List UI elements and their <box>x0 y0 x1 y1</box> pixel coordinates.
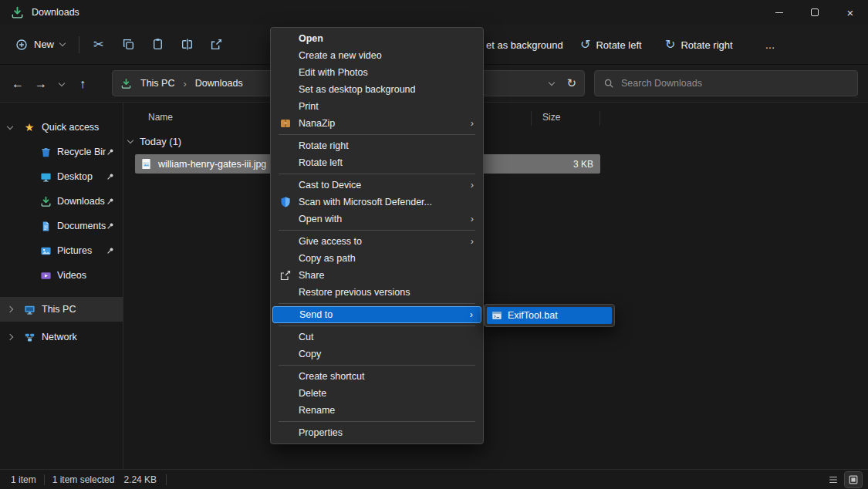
menu-item-cast-to-device[interactable]: Cast to Device › <box>272 177 481 194</box>
more-options-button[interactable]: … <box>758 31 782 59</box>
rename-icon <box>181 38 194 51</box>
chevron-down-icon <box>7 123 13 129</box>
menu-item-share[interactable]: Share <box>272 267 481 284</box>
pin-icon <box>106 147 115 157</box>
title-bar: Downloads × <box>0 0 868 25</box>
menu-item-label: Send to <box>299 309 333 320</box>
copy-button[interactable] <box>113 31 143 59</box>
search-input[interactable] <box>621 78 849 89</box>
menu-separator <box>279 303 475 304</box>
breadcrumb-separator-icon: › <box>183 78 186 89</box>
share-button[interactable] <box>201 31 231 59</box>
rotate-left-button[interactable]: ↺ Rotate left <box>580 31 642 59</box>
rotate-left-label: Rotate left <box>596 39 641 51</box>
column-separator[interactable] <box>599 111 600 126</box>
menu-item-rotate-left[interactable]: Rotate left <box>272 154 481 171</box>
sidebar-item-label: This PC <box>42 304 123 315</box>
menu-item-rotate-right[interactable]: Rotate right <box>272 137 481 154</box>
minimize-button[interactable] <box>762 0 797 25</box>
menu-item-nanazip[interactable]: NanaZip › <box>272 115 481 132</box>
address-dropdown-icon[interactable] <box>549 79 555 85</box>
menu-item-open[interactable]: Open <box>272 30 481 47</box>
menu-item-label: Edit with Photos <box>299 67 368 78</box>
menu-item-set-as-desktop-background[interactable]: Set as desktop background <box>272 81 481 98</box>
sidebar-item-documents[interactable]: Documents <box>0 214 123 238</box>
menu-item-copy[interactable]: Copy <box>272 346 481 363</box>
details-view-button[interactable] <box>825 472 842 487</box>
submenu-item-exiftool[interactable]: ExifTool.bat <box>487 307 612 324</box>
menu-item-edit-with-photos[interactable]: Edit with Photos <box>272 64 481 81</box>
menu-item-label: Scan with Microsoft Defender... <box>299 197 432 207</box>
explorer-window: Downloads × New ✂ et as background <box>0 0 868 489</box>
column-header-size[interactable]: Size <box>542 112 560 123</box>
sidebar-item-label: Network <box>42 332 123 342</box>
downloads-icon <box>40 196 52 207</box>
sidebar-item-recycle-bin[interactable]: Recycle Bin <box>0 140 123 164</box>
menu-item-give-access-to[interactable]: Give access to › <box>272 233 481 250</box>
pin-icon <box>106 246 115 255</box>
sidebar-item-videos[interactable]: Videos <box>0 263 123 288</box>
column-header-name[interactable]: Name <box>148 112 173 123</box>
menu-item-send-to[interactable]: Send to › <box>272 306 481 323</box>
sidebar-item-quick-access[interactable]: ★ Quick access <box>0 115 123 140</box>
rename-button[interactable] <box>172 31 201 59</box>
menu-item-label: Create shortcut <box>299 371 364 382</box>
sidebar-item-this-pc[interactable]: This PC <box>0 297 123 322</box>
documents-icon <box>40 221 52 232</box>
back-button[interactable]: ← <box>6 72 29 96</box>
sidebar-item-label: Videos <box>57 270 123 281</box>
star-icon: ★ <box>20 121 39 133</box>
menu-item-print[interactable]: Print <box>272 98 481 115</box>
group-header-today[interactable]: Today (1) <box>128 133 181 149</box>
menu-item-label: Delete <box>299 388 326 399</box>
menu-item-restore-previous-versions[interactable]: Restore previous versions <box>272 284 481 301</box>
recent-locations-button[interactable] <box>52 72 71 96</box>
menu-item-label: Copy as path <box>299 253 356 264</box>
menu-item-delete[interactable]: Delete <box>272 385 481 402</box>
menu-item-create-shortcut[interactable]: Create shortcut <box>272 368 481 385</box>
sidebar-item-pictures[interactable]: Pictures <box>0 238 123 263</box>
menu-item-scan-with-defender[interactable]: Scan with Microsoft Defender... <box>272 194 481 211</box>
menu-item-create-a-new-video[interactable]: Create a new video <box>272 47 481 64</box>
minimize-icon <box>775 12 783 13</box>
rotate-right-button[interactable]: ↻ Rotate right <box>665 31 733 59</box>
menu-item-open-with[interactable]: Open with › <box>272 211 481 228</box>
cut-icon: ✂ <box>93 37 103 52</box>
forward-button[interactable]: → <box>29 72 52 96</box>
paste-icon <box>151 38 164 51</box>
file-list-pane: Name Size Today (1) william-henry-gates-… <box>124 103 868 469</box>
menu-item-rename[interactable]: Rename <box>272 402 481 419</box>
submenu-arrow-icon: › <box>471 233 474 250</box>
breadcrumb-this-pc[interactable]: This PC <box>137 76 177 90</box>
toolbar-divider <box>79 36 79 53</box>
menu-item-label: Copy <box>299 349 321 359</box>
breadcrumb-downloads[interactable]: Downloads <box>192 76 246 90</box>
up-button[interactable]: ↑ <box>71 72 94 96</box>
menu-item-cut[interactable]: Cut <box>272 329 481 346</box>
refresh-button[interactable]: ↻ <box>566 76 576 90</box>
close-button[interactable]: × <box>833 0 868 25</box>
menu-item-properties[interactable]: Properties <box>272 424 481 441</box>
rotate-right-label: Rotate right <box>681 39 732 51</box>
sidebar-item-downloads[interactable]: Downloads <box>0 189 123 214</box>
maximize-button[interactable] <box>797 0 833 25</box>
cut-button[interactable]: ✂ <box>84 31 113 59</box>
new-button[interactable]: New <box>6 31 74 59</box>
rotate-right-icon: ↻ <box>665 39 675 51</box>
search-box[interactable] <box>594 70 858 96</box>
set-as-background-button[interactable]: et as background <box>486 31 563 59</box>
sidebar-item-network[interactable]: Network <box>0 325 123 349</box>
sidebar-item-desktop[interactable]: Desktop <box>0 164 123 189</box>
menu-item-label: Rotate left <box>299 157 343 168</box>
thumbnail-view-button[interactable] <box>845 472 862 487</box>
column-separator[interactable] <box>531 111 532 126</box>
share-icon <box>279 269 292 282</box>
menu-item-label: Share <box>299 270 324 281</box>
maximize-icon <box>811 8 819 16</box>
submenu-arrow-icon: › <box>470 307 473 322</box>
paste-button[interactable] <box>143 31 172 59</box>
item-count: 1 item <box>11 474 36 485</box>
menu-item-copy-as-path[interactable]: Copy as path <box>272 250 481 267</box>
downloads-app-icon <box>11 6 24 19</box>
chevron-right-icon <box>7 306 13 312</box>
